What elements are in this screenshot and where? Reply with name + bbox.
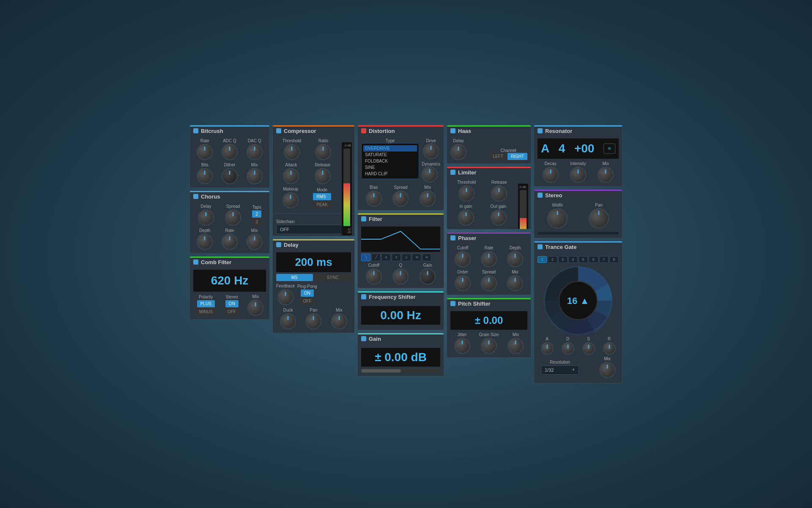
comp-sidechain-dropdown[interactable]: OFF ▼ — [276, 225, 351, 234]
pitch-jitter-knob[interactable] — [454, 338, 470, 354]
comb-stereo-off[interactable]: OFF — [224, 308, 239, 315]
haas-indicator[interactable] — [450, 128, 455, 133]
comp-ratio-knob[interactable] — [315, 144, 331, 160]
comp-threshold-knob[interactable] — [284, 144, 300, 160]
trance-gate-indicator[interactable] — [538, 244, 543, 249]
bitcrush-dacq-knob[interactable] — [247, 144, 263, 160]
phaser-spread-knob[interactable] — [481, 275, 497, 291]
tg-mix-knob[interactable] — [599, 362, 615, 378]
chorus-mix-knob[interactable] — [247, 234, 263, 250]
limiter-outgain-knob[interactable] — [491, 210, 507, 226]
tg-step-6[interactable]: 6 — [589, 256, 598, 263]
bitcrush-bits-knob[interactable] — [197, 168, 213, 184]
filter-cutoff-knob[interactable] — [366, 268, 382, 284]
dist-type-hardclip[interactable]: HARD CLIP — [363, 171, 417, 177]
phaser-rate-knob[interactable] — [481, 251, 497, 267]
pitch-shifter-indicator[interactable] — [450, 301, 455, 306]
phaser-cutoff-knob[interactable] — [455, 251, 471, 267]
chorus-delay-knob[interactable] — [198, 210, 214, 226]
resonator-intensity-knob[interactable] — [570, 167, 586, 183]
dist-type-foldback[interactable]: FOLDBACK — [363, 158, 417, 164]
delay-pingpong-off[interactable]: OFF — [299, 298, 315, 305]
tg-step-1[interactable]: 1 — [538, 256, 547, 263]
phaser-order-knob[interactable] — [455, 275, 471, 291]
pitch-mix-knob[interactable] — [508, 338, 524, 354]
chorus-depth-knob[interactable] — [197, 234, 213, 250]
tg-step-4[interactable]: 4 — [568, 256, 578, 263]
dist-type-overdrive[interactable]: OVERDRIVE — [363, 145, 417, 152]
comp-release-knob[interactable] — [315, 168, 331, 184]
bitcrush-indicator[interactable] — [193, 128, 198, 133]
filter-type-lp[interactable]: ╲ — [361, 254, 370, 261]
stereo-indicator[interactable] — [538, 193, 543, 198]
comb-mix-knob[interactable] — [247, 300, 263, 316]
bitcrush-mix-knob[interactable] — [247, 168, 263, 184]
phaser-depth-knob[interactable] — [507, 251, 523, 267]
comp-mode-peak[interactable]: PEAK — [313, 201, 331, 208]
tg-step-2[interactable]: 2 — [548, 256, 557, 263]
delay-pan-knob[interactable] — [305, 313, 321, 329]
limiter-release-knob[interactable] — [491, 185, 507, 202]
comp-makeup-knob[interactable] — [283, 192, 299, 208]
delay-pingpong-on[interactable]: ON — [301, 290, 314, 297]
filter-type-bp[interactable]: ∧ — [381, 254, 391, 261]
pitch-grainsize-knob[interactable] — [481, 338, 497, 354]
delay-feedback-knob[interactable] — [277, 289, 294, 305]
chorus-taps-2[interactable]: 2 — [252, 210, 261, 218]
tg-resolution-dropdown[interactable]: 1/32 ▼ — [541, 365, 579, 375]
tg-step-5[interactable]: 5 — [579, 256, 588, 263]
tg-sustain-knob[interactable] — [582, 342, 595, 355]
tg-step-8[interactable]: 8 — [609, 256, 619, 263]
delay-mode-sync[interactable]: SYNC — [315, 274, 351, 281]
dist-dynamics-knob[interactable] — [422, 166, 438, 182]
comb-filter-indicator[interactable] — [193, 260, 198, 265]
dist-spread-knob[interactable] — [392, 190, 409, 207]
filter-type-ls[interactable]: ⊲ — [412, 254, 421, 261]
resonator-indicator[interactable] — [538, 128, 543, 133]
phaser-indicator[interactable] — [450, 235, 455, 240]
bitcrush-adcq-knob[interactable] — [222, 144, 238, 160]
dist-type-saturate[interactable]: SATURATE — [363, 152, 417, 158]
stereo-width-knob[interactable] — [547, 208, 568, 229]
tg-attack-knob[interactable] — [541, 342, 554, 355]
filter-type-hp[interactable]: ╱ — [371, 254, 381, 261]
bitcrush-rate-knob[interactable] — [197, 144, 213, 160]
tg-step-7[interactable]: 7 — [599, 256, 609, 263]
filter-type-peak[interactable]: ◇ — [402, 254, 411, 261]
resonator-mix-knob[interactable] — [598, 167, 614, 183]
chorus-taps-3[interactable]: 3 — [252, 218, 261, 226]
dist-mix-knob[interactable] — [420, 190, 436, 207]
tg-step-3[interactable]: 3 — [558, 256, 568, 263]
haas-delay-knob[interactable] — [450, 144, 466, 160]
stereo-pan-knob[interactable] — [589, 208, 609, 229]
comb-polarity-minus[interactable]: MINUS — [196, 308, 216, 315]
phaser-mix-knob[interactable] — [507, 275, 523, 291]
compressor-indicator[interactable] — [276, 128, 281, 133]
bitcrush-dither-knob[interactable] — [222, 168, 238, 184]
resonator-decay-knob[interactable] — [543, 167, 559, 183]
filter-q-knob[interactable] — [392, 268, 409, 284]
delay-duck-knob[interactable] — [280, 313, 296, 329]
haas-channel-right[interactable]: RIGHT — [508, 153, 527, 160]
resonator-wave-icon[interactable]: ≋ — [604, 144, 615, 154]
distortion-indicator[interactable] — [361, 128, 366, 133]
comp-mode-rms[interactable]: RMS — [313, 193, 331, 200]
dist-type-sine[interactable]: SINE — [363, 164, 417, 171]
filter-gain-knob[interactable] — [420, 268, 436, 284]
filter-type-hs[interactable]: ⊳ — [422, 254, 431, 261]
delay-mode-ms[interactable]: MS — [276, 274, 313, 281]
chorus-rate-knob[interactable] — [222, 234, 238, 250]
dist-bias-knob[interactable] — [366, 190, 382, 207]
filter-type-notch[interactable]: ∨ — [392, 254, 401, 261]
tg-decay-knob[interactable] — [562, 342, 574, 355]
tg-release-knob[interactable] — [603, 342, 616, 355]
comb-stereo-on[interactable]: ON — [225, 300, 239, 307]
delay-mix-knob[interactable] — [331, 313, 347, 329]
limiter-ingain-knob[interactable] — [458, 210, 474, 226]
freq-shifter-indicator[interactable] — [361, 294, 366, 299]
chorus-spread-knob[interactable] — [225, 210, 241, 226]
filter-indicator[interactable] — [361, 216, 366, 221]
chorus-indicator[interactable] — [193, 194, 198, 199]
dist-drive-knob[interactable] — [423, 143, 439, 159]
comb-polarity-plus[interactable]: PLUS — [197, 300, 215, 307]
